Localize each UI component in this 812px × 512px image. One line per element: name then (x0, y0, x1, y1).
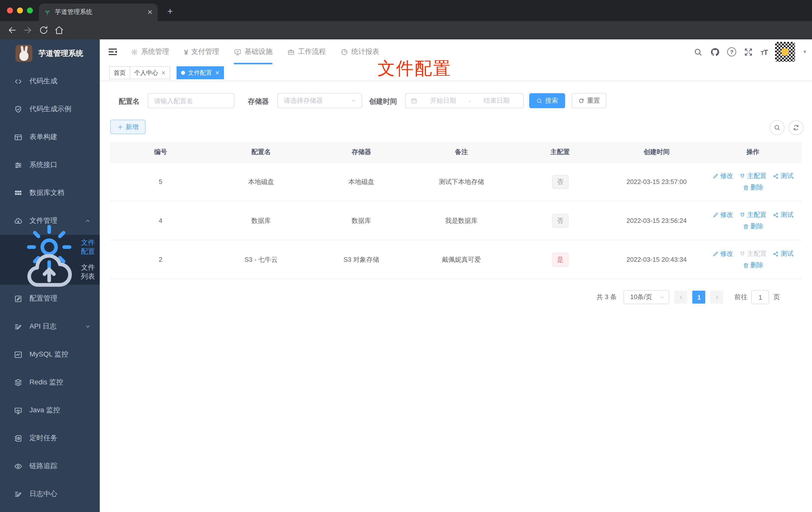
test-action[interactable]: 测试 (773, 249, 793, 258)
sidebar-item-job[interactable]: 定时任务 (0, 424, 100, 452)
tab-close-icon[interactable]: ✕ (147, 8, 153, 16)
test-action[interactable]: 测试 (773, 172, 793, 180)
table-refresh-button[interactable] (788, 120, 804, 135)
screen: 芋道管理系统 ✕ + 127.0.0.1:1024/infra/file/fil… (0, 0, 812, 512)
top-menu-report[interactable]: 统计报表 (341, 39, 379, 64)
add-button[interactable]: 新增 (110, 120, 146, 134)
sidebar-logo[interactable]: 芋道管理系统 (0, 39, 100, 67)
cloud-icon (14, 217, 23, 225)
tag-file-config[interactable]: 文件配置 ✕ (177, 66, 224, 79)
test-action[interactable]: 测试 (773, 210, 793, 219)
search-icon (536, 97, 543, 104)
traffic-zoom-button[interactable] (27, 7, 33, 13)
master-action[interactable]: 主配置 (739, 172, 766, 180)
sidebar-item-db-doc[interactable]: 数据库文档 (0, 179, 100, 207)
cell-id: 5 (110, 178, 211, 185)
cell-remark: 我是数据库 (411, 216, 511, 225)
edit-action[interactable]: 修改 (712, 172, 733, 180)
github-icon[interactable] (710, 47, 720, 57)
reset-button[interactable]: 重置 (572, 93, 607, 108)
briefcase-icon (288, 48, 295, 56)
forward-icon[interactable] (23, 25, 33, 35)
sidebar-collapse-icon[interactable] (107, 47, 118, 57)
new-tab-button[interactable]: + (164, 5, 177, 18)
reload-icon[interactable] (38, 25, 49, 35)
help-icon[interactable]: ? (727, 48, 736, 56)
goto-page-input[interactable] (752, 293, 769, 301)
column-header: 创建时间 (609, 148, 704, 156)
column-header: 主配置 (511, 148, 609, 156)
master-tag: 否 (552, 214, 568, 228)
fullscreen-icon[interactable] (744, 47, 753, 57)
top-menu: 系统管理 ¥ 支付管理 基础设施 工作流程 统计报表 (131, 39, 379, 64)
cell-created: 2022-03-15 20:43:34 (609, 256, 704, 263)
browser-tab[interactable]: 芋道管理系统 ✕ (39, 3, 157, 21)
sidebar-item-file-list[interactable]: 文件列表 (0, 260, 100, 285)
sidebar-item-code-gen[interactable]: 代码生成 (0, 67, 100, 95)
sidebar-item-label: 表单构建 (29, 132, 57, 142)
top-menu-infra[interactable]: 基础设施 (234, 39, 272, 64)
tag-label: 首页 (114, 68, 126, 77)
edit-action[interactable]: 修改 (712, 249, 733, 258)
name-input[interactable] (148, 97, 234, 104)
home-icon[interactable] (54, 25, 64, 35)
next-page-button[interactable] (710, 291, 723, 304)
back-icon[interactable] (7, 25, 18, 35)
browser-tab-title: 芋道管理系统 (55, 8, 92, 17)
tag-close-icon[interactable]: ✕ (215, 69, 220, 76)
master-action-disabled: 主配置 (739, 249, 766, 258)
chevron-up-icon (85, 218, 91, 224)
share-nodes-icon (773, 212, 779, 218)
filter-storage-select[interactable]: 请选择存储器 (277, 93, 362, 108)
master-action[interactable]: 主配置 (739, 210, 766, 219)
page-number-1[interactable]: 1 (693, 291, 705, 304)
top-menu-system[interactable]: 系统管理 (131, 39, 169, 64)
table-header-row: 编号 配置名 存储器 备注 主配置 创建时间 操作 (110, 142, 802, 162)
top-menu-pay[interactable]: ¥ 支付管理 (184, 39, 219, 64)
tag-close-icon[interactable]: ✕ (161, 69, 166, 76)
font-size-icon[interactable]: TT (761, 48, 767, 56)
page-size-select[interactable]: 10条/页 (624, 290, 670, 304)
avatar-caret-icon[interactable]: ▼ (803, 49, 807, 54)
traffic-close-button[interactable] (7, 7, 13, 13)
column-header: 配置名 (211, 148, 311, 156)
tag-profile[interactable]: 个人中心 ✕ (130, 66, 170, 79)
delete-action[interactable]: 删除 (743, 183, 763, 192)
favicon-sprout-icon (44, 9, 51, 16)
sidebar-item-label: 定时任务 (29, 434, 57, 443)
sidebar-item-redis-monitor[interactable]: Redis 监控 (0, 368, 100, 396)
table-row: 4 数据库 数据库 我是数据库 否 2022-03-15 23:56:24 修改… (110, 202, 802, 240)
page-suffix: 页 (773, 293, 780, 302)
table-row: 5 本地磁盘 本地磁盘 测试下本地存储 否 2022-03-15 23:57:0… (110, 162, 802, 202)
browser-tabstrip: 芋道管理系统 ✕ + (0, 0, 812, 21)
sidebar-item-api-log[interactable]: API 日志 (0, 312, 100, 340)
avatar[interactable] (775, 42, 795, 62)
delete-action[interactable]: 删除 (743, 222, 763, 231)
sidebar-item-mysql-monitor[interactable]: MySQL 监控 (0, 340, 100, 368)
top-menu-workflow[interactable]: 工作流程 (288, 39, 326, 64)
sidebar-item-file-manage[interactable]: 文件管理 (0, 207, 100, 235)
filter-name-input[interactable] (148, 93, 234, 108)
edit-action[interactable]: 修改 (712, 210, 733, 219)
filter-name-label: 配置名 (119, 94, 140, 109)
traffic-minimize-button[interactable] (17, 7, 23, 13)
end-date-placeholder: 结束日期 (475, 96, 518, 105)
sidebar-item-form-builder[interactable]: 表单构建 (0, 123, 100, 151)
filter-daterange-input[interactable]: 开始日期 - 结束日期 (405, 93, 524, 108)
prev-page-button[interactable] (675, 291, 688, 304)
table-search-toggle-button[interactable] (770, 120, 785, 135)
sidebar-item-config-manage[interactable]: 配置管理 (0, 285, 100, 312)
sidebar-item-tracer[interactable]: 链路追踪 (0, 452, 100, 480)
search-icon[interactable] (693, 47, 703, 57)
gear-icon (131, 48, 138, 56)
sidebar-item-log-center[interactable]: 日志中心 (0, 480, 100, 508)
pencil-icon (712, 173, 719, 179)
sidebar-item-system-api[interactable]: 系统接口 (0, 151, 100, 179)
tag-home[interactable]: 首页 (109, 66, 130, 79)
sidebar-item-java-monitor[interactable]: Java 监控 (0, 396, 100, 424)
filter-time-label: 创建时间 (369, 94, 397, 109)
sidebar-item-code-demo[interactable]: 代码生成示例 (0, 95, 100, 123)
top-menu-label: 基础设施 (245, 48, 272, 56)
delete-action[interactable]: 删除 (743, 261, 763, 270)
search-button[interactable]: 搜索 (529, 93, 565, 108)
